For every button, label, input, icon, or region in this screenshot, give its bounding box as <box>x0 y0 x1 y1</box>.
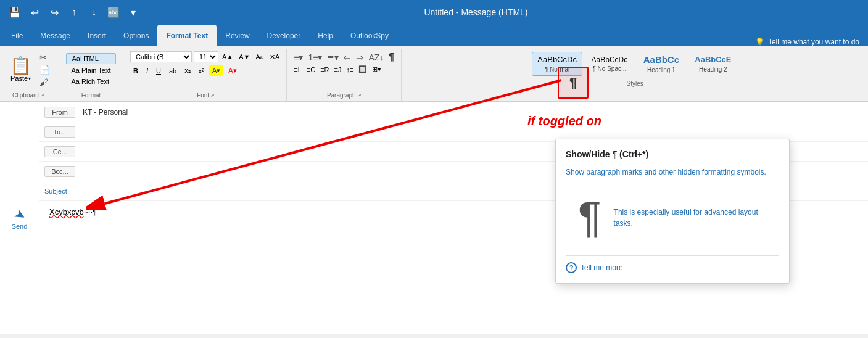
tell-me-input[interactable]: 💡 Tell me what you want to do <box>746 38 868 46</box>
style-h1-preview: AaBbCc <box>643 54 679 65</box>
cc-button[interactable]: Cc... <box>44 146 75 157</box>
tab-outlookspy[interactable]: OutlookSpy <box>342 25 397 46</box>
styles-group: AaBbCcDc ¶ Normal AaBbCcDc ¶ No Spac... … <box>402 49 868 101</box>
strikethrough-button[interactable]: ab <box>166 66 180 76</box>
tab-message[interactable]: Message <box>31 25 79 46</box>
font-group: Calibri (B 11 A▲ A▼ Aa ✕A B I U ab x₂ x²… <box>125 49 287 101</box>
bcc-button[interactable]: Bcc... <box>44 166 75 177</box>
bullet-list-button[interactable]: ≡▾ <box>292 52 305 63</box>
body-text-misspelled: Xcvbxcvb <box>49 207 84 216</box>
style-nospace-preview: AaBbCcDc <box>592 56 628 64</box>
font-color-button[interactable]: A▾ <box>225 65 239 76</box>
redo-icon[interactable]: ↪ <box>47 5 62 20</box>
style-heading2[interactable]: AaBbCcE Heading 2 <box>688 52 738 76</box>
up-icon[interactable]: ↑ <box>67 5 81 20</box>
align-center-button[interactable]: ≡C <box>305 65 317 74</box>
styles-label: Styles <box>405 79 864 89</box>
increase-font-icon[interactable]: A▲ <box>220 52 235 61</box>
clipboard-small-buttons: ✂ 📄 🖌 <box>38 52 52 88</box>
down-icon[interactable]: ↓ <box>86 5 101 20</box>
tooltip-tell-more[interactable]: ? Tell me more <box>566 255 779 273</box>
to-input[interactable] <box>80 125 868 139</box>
tell-more-link: Tell me more <box>581 263 623 272</box>
tell-me-text: Tell me what you want to do <box>768 38 859 46</box>
from-value: KT - Personal <box>80 105 868 119</box>
tab-format-text[interactable]: Format Text <box>157 25 217 46</box>
paste-button[interactable]: 📋 Paste ▾ <box>5 55 36 84</box>
save-icon[interactable]: 💾 <box>7 5 22 20</box>
from-button[interactable]: From <box>44 107 75 118</box>
lightbulb-icon: 💡 <box>755 38 764 46</box>
increase-indent-button[interactable]: ⇒ <box>354 52 365 63</box>
plain-text-format-button[interactable]: Aa Plain Text <box>66 65 115 75</box>
multilevel-list-button[interactable]: ≣▾ <box>325 52 341 63</box>
format-label: Format <box>61 91 121 101</box>
italic-button[interactable]: I <box>143 66 151 76</box>
format-painter-icon[interactable]: 🖌 <box>38 76 52 88</box>
line-spacing-button[interactable]: ↕≡ <box>345 65 356 74</box>
style-h1-label: Heading 1 <box>647 67 676 73</box>
paragraph-content: ≡▾ 1≡▾ ≣▾ ⇐ ⇒ AZ↓ ¶ ≡L ≡C ≡R ≡J ↕≡ 🔲 ⊞▾ <box>291 49 397 91</box>
rich-text-format-button[interactable]: Aa Rich Text <box>66 76 115 86</box>
translate-icon[interactable]: 🔤 <box>106 5 121 20</box>
send-icon: ➤ <box>10 205 28 225</box>
tooltip-pilcrow-icon: ¶ <box>566 196 614 239</box>
font-content: Calibri (B 11 A▲ A▼ Aa ✕A B I U ab x₂ x²… <box>129 49 283 91</box>
decrease-font-icon[interactable]: A▼ <box>237 52 252 61</box>
tab-file[interactable]: File <box>2 25 31 46</box>
font-family-row: Calibri (B 11 A▲ A▼ Aa ✕A <box>130 51 281 62</box>
clipboard-group: 📋 Paste ▾ ✂ 📄 🖌 Clipboard ↗ <box>0 49 57 101</box>
font-family-select[interactable]: Calibri (B <box>130 51 192 62</box>
body-text-dots: ····¶ <box>84 207 97 216</box>
cut-icon[interactable]: ✂ <box>38 52 52 63</box>
tooltip-desc2: This is especially useful for advanced l… <box>614 207 779 229</box>
paragraph-bottom-row: ≡L ≡C ≡R ≡J ↕≡ 🔲 ⊞▾ <box>292 65 383 74</box>
tab-options[interactable]: Options <box>115 25 157 46</box>
change-case-icon[interactable]: Aa <box>254 52 265 61</box>
align-left-button[interactable]: ≡L <box>292 65 304 74</box>
numbered-list-button[interactable]: 1≡▾ <box>306 52 324 63</box>
sort-button[interactable]: AZ↓ <box>366 52 386 63</box>
tab-insert[interactable]: Insert <box>79 25 115 46</box>
paragraph-expand-icon[interactable]: ↗ <box>357 93 362 98</box>
highlight-color-button[interactable]: A▾ <box>209 65 223 76</box>
bold-button[interactable]: B <box>130 66 141 76</box>
paragraph-top-row: ≡▾ 1≡▾ ≣▾ ⇐ ⇒ AZ↓ ¶ <box>292 51 396 64</box>
decrease-indent-button[interactable]: ⇐ <box>342 52 353 63</box>
to-button[interactable]: To... <box>44 126 75 138</box>
font-expand-icon[interactable]: ↗ <box>210 93 215 98</box>
send-button[interactable]: ➤ Send <box>0 102 39 334</box>
align-right-button[interactable]: ≡R <box>318 65 331 74</box>
clear-formatting-icon[interactable]: ✕A <box>268 52 281 62</box>
tooltip-icon-area: ¶ This is especially useful for advanced… <box>566 186 779 249</box>
style-heading1[interactable]: AaBbCc Heading 1 <box>637 51 686 76</box>
undo-icon[interactable]: ↩ <box>27 5 42 20</box>
tab-help[interactable]: Help <box>309 25 342 46</box>
clipboard-expand-icon[interactable]: ↗ <box>40 93 44 98</box>
help-circle-icon: ? <box>566 262 577 273</box>
show-hide-pilcrow-button[interactable]: ¶ <box>387 51 396 64</box>
format-content: AaHTML Aa Plain Text Aa Rich Text <box>65 49 117 91</box>
tab-developer[interactable]: Developer <box>258 25 310 46</box>
paste-dropdown-icon[interactable]: ▾ <box>28 76 31 81</box>
title-bar-left: 💾 ↩ ↪ ↑ ↓ 🔤 ▾ <box>7 5 141 20</box>
borders-button[interactable]: ⊞▾ <box>370 65 383 74</box>
justify-button[interactable]: ≡J <box>333 65 344 74</box>
superscript-button[interactable]: x² <box>196 66 207 76</box>
subject-label: Subject <box>44 188 75 195</box>
style-no-space[interactable]: AaBbCcDc ¶ No Spac... <box>585 52 634 75</box>
more-icon[interactable]: ▾ <box>126 5 141 20</box>
from-row: From KT - Personal <box>39 102 868 122</box>
subscript-button[interactable]: x₂ <box>181 65 194 76</box>
show-hide-button-highlight[interactable]: ¶ <box>558 67 589 99</box>
html-format-button[interactable]: AaHTML <box>66 53 115 64</box>
tab-review[interactable]: Review <box>217 25 258 46</box>
show-hide-tooltip: Show/Hide ¶ (Ctrl+*) Show paragraph mark… <box>555 139 790 284</box>
font-size-select[interactable]: 11 <box>194 51 218 62</box>
ribbon-body: 📋 Paste ▾ ✂ 📄 🖌 Clipboard ↗ AaHTML <box>0 46 868 102</box>
underline-button[interactable]: U <box>153 66 164 76</box>
tooltip-title: Show/Hide ¶ (Ctrl+*) <box>566 149 779 159</box>
copy-icon[interactable]: 📄 <box>38 64 52 75</box>
shading-button[interactable]: 🔲 <box>357 65 369 74</box>
show-hide-pilcrow-icon: ¶ <box>569 75 577 91</box>
